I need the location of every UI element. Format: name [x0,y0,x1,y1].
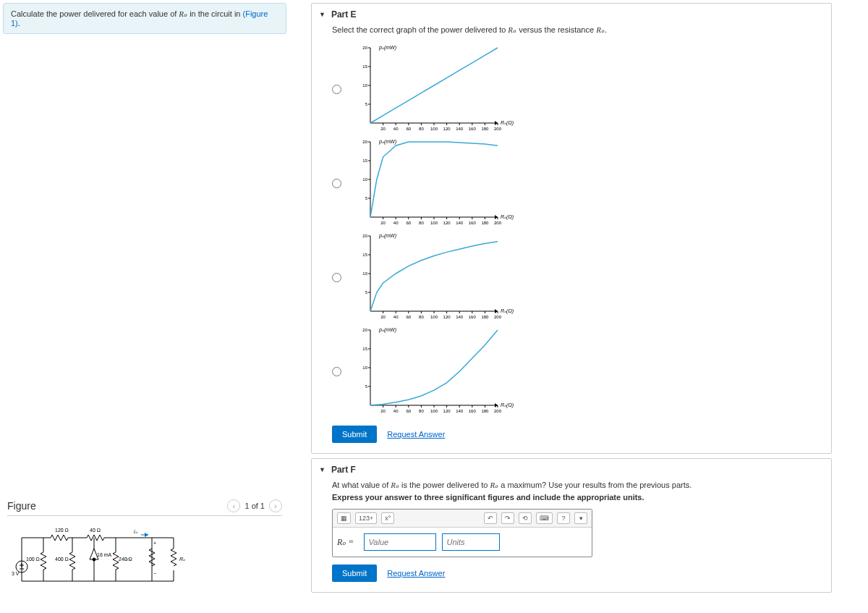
graph-option-3[interactable]: 204060801001201401601802005101520 pₒ(mW)… [332,230,821,324]
tb-templates[interactable]: ▦ [337,512,351,524]
submit-button-f[interactable]: Submit [332,565,377,582]
svg-text:140: 140 [456,127,464,131]
svg-point-2 [93,558,95,561]
svg-text:20: 20 [380,315,386,319]
svg-text:140: 140 [456,409,464,413]
svg-text:160: 160 [469,221,477,225]
svg-text:180: 180 [481,127,489,131]
svg-text:Rₒ(Ω): Rₒ(Ω) [501,308,514,314]
keyboard-icon[interactable]: ⌨ [536,512,553,524]
reset-icon[interactable]: ⟲ [519,512,532,524]
answer-toolbar: ▦ 123+ x° ↶ ↷ ⟲ ⌨ ? ▾ [333,510,592,528]
svg-text:180: 180 [481,409,489,413]
radio-3[interactable] [332,273,341,282]
radio-4[interactable] [332,367,341,376]
more-icon[interactable]: ▾ [574,512,587,524]
svg-text:20: 20 [380,409,386,413]
svg-text:160: 160 [469,315,477,319]
problem-statement: Calculate the power delivered for each v… [3,3,286,34]
svg-text:180: 180 [481,221,489,225]
pager-text: 1 of 1 [244,502,265,510]
svg-text:vₒ: vₒ [126,557,131,562]
svg-text:140: 140 [456,221,464,225]
request-answer-e[interactable]: Request Answer [387,430,445,439]
svg-text:200: 200 [494,315,502,319]
tb-123[interactable]: 123+ [355,512,377,524]
undo-icon[interactable]: ↶ [484,512,497,524]
help-icon[interactable]: ? [557,512,570,524]
svg-text:pₒ(mW): pₒ(mW) [378,327,396,333]
svg-text:80: 80 [419,221,424,225]
part-e-instruction: Select the correct graph of the power de… [332,25,821,35]
graph-option-2[interactable]: 204060801001201401601802005101520 pₒ(mW)… [332,136,821,230]
svg-text:5: 5 [365,196,368,200]
svg-text:20: 20 [362,46,367,50]
collapse-icon: ▼ [319,466,326,473]
figure-title: Figure [7,500,227,512]
svg-text:60: 60 [406,221,411,225]
svg-text:120 Ω: 120 Ω [55,528,69,533]
svg-text:10: 10 [362,177,367,182]
tb-x[interactable]: x° [381,512,394,524]
svg-text:60: 60 [406,409,411,413]
svg-text:140: 140 [456,315,464,319]
svg-text:+: + [153,541,156,546]
svg-text:40: 40 [393,315,399,319]
radio-1[interactable] [332,85,341,94]
part-e-header[interactable]: ▼ Part E [312,4,831,25]
svg-text:400 Ω: 400 Ω [55,557,69,562]
svg-text:Rₒ(Ω): Rₒ(Ω) [501,214,514,220]
pager-prev[interactable]: ‹ [227,499,240,512]
svg-text:Rₒ(Ω): Rₒ(Ω) [501,120,514,126]
svg-marker-15 [145,533,148,537]
pager-next[interactable]: › [269,499,282,512]
svg-text:40: 40 [393,409,399,413]
part-e-block: ▼ Part E Select the correct graph of the… [311,3,832,454]
svg-text:5: 5 [365,102,368,106]
svg-text:100: 100 [430,315,438,319]
svg-text:pₒ(mW): pₒ(mW) [378,233,396,239]
svg-text:Rₒ(Ω): Rₒ(Ω) [501,402,514,408]
svg-text:pₒ(mW): pₒ(mW) [378,45,396,51]
part-f-block: ▼ Part F At what value of Rₒ is the powe… [311,458,832,593]
svg-text:10: 10 [362,271,367,276]
answer-box: ▦ 123+ x° ↶ ↷ ⟲ ⌨ ? ▾ Rₒ = [332,509,592,557]
svg-text:160: 160 [469,409,477,413]
svg-text:iₒ: iₒ [134,529,137,534]
svg-text:20: 20 [362,234,367,238]
svg-text:120: 120 [443,127,451,131]
svg-text:120: 120 [443,315,451,319]
svg-text:40: 40 [393,127,399,131]
radio-2[interactable] [332,179,341,188]
svg-text:20: 20 [380,221,386,225]
redo-icon[interactable]: ↷ [501,512,514,524]
svg-text:40: 40 [393,221,399,225]
svg-text:15: 15 [362,347,367,351]
part-e-title: Part E [331,9,357,20]
request-answer-f[interactable]: Request Answer [387,569,445,578]
svg-text:15: 15 [362,253,367,257]
svg-text:5: 5 [365,290,368,295]
svg-text:100: 100 [430,127,438,131]
svg-text:pₒ(mW): pₒ(mW) [378,139,396,145]
svg-text:100 Ω: 100 Ω [26,557,40,562]
svg-text:40 Ω: 40 Ω [90,528,101,533]
submit-button-e[interactable]: Submit [332,426,377,443]
svg-text:10: 10 [362,365,367,370]
svg-text:60: 60 [406,315,411,319]
svg-text:120: 120 [443,221,451,225]
circuit-diagram: 120 Ω 40 Ω 100 Ω 400 Ω 18 mA 240 Ω 3 V i… [7,523,195,596]
graph-option-1[interactable]: 204060801001201401601802005101520 pₒ(mW)… [332,42,821,136]
svg-text:120: 120 [443,409,451,413]
part-f-title: Part F [331,465,356,475]
svg-text:15: 15 [362,64,367,69]
units-input[interactable] [442,533,500,551]
value-input[interactable] [364,533,436,551]
svg-text:200: 200 [494,221,502,225]
part-f-header[interactable]: ▼ Part F [312,459,831,481]
svg-text:60: 60 [406,127,411,131]
svg-text:Rₒ: Rₒ [179,557,185,562]
svg-text:20: 20 [380,127,386,131]
svg-text:5: 5 [365,384,368,389]
graph-option-4[interactable]: 204060801001201401601802005101520 pₒ(mW)… [332,324,821,418]
